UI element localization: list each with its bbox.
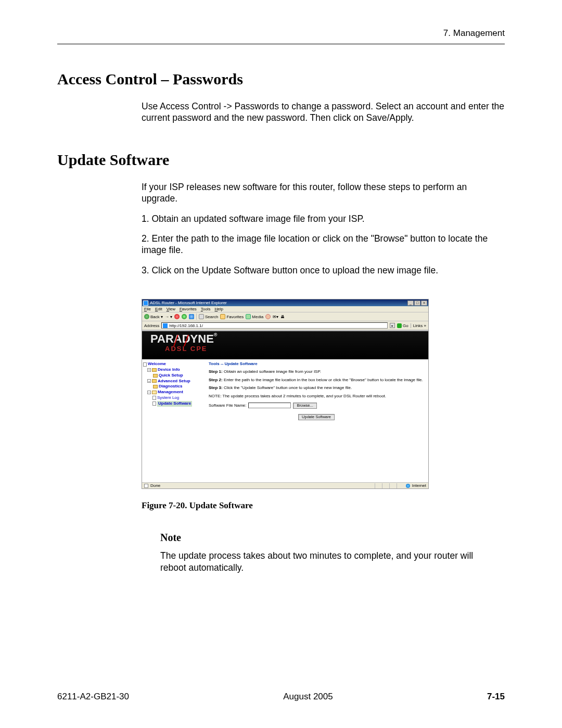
menu-help[interactable]: Help	[215, 307, 223, 311]
update-intro: If your ISP releases new software for th…	[142, 181, 505, 205]
note-body: The update process takes about two minut…	[160, 550, 493, 573]
menu-view[interactable]: View	[167, 307, 175, 311]
search-icon	[199, 314, 204, 319]
folder-icon	[152, 368, 157, 372]
stop-icon	[174, 314, 180, 319]
footer-date: August 2005	[283, 692, 333, 702]
page-header-right: 7. Management	[57, 28, 505, 39]
back-button[interactable]: Back ▾	[144, 314, 163, 319]
access-control-paragraph: Use Access Control -> Passwords to chang…	[142, 101, 505, 124]
menu-edit[interactable]: Edit	[155, 307, 162, 311]
history-icon	[265, 314, 271, 319]
media-button[interactable]: Media	[246, 314, 263, 319]
brand-subtitle: ADSL CPE	[142, 345, 428, 353]
brand-logo: PARADYNE®	[142, 330, 428, 346]
router-brand-banner: PARADYNE® ADSL CPE	[142, 330, 428, 359]
internet-zone-icon	[406, 484, 410, 488]
ie-window-title: ADSL Router - Microsoft Internet Explore…	[150, 300, 227, 305]
section-title-update-software: Update Software	[57, 151, 505, 169]
go-icon	[397, 323, 402, 328]
page-ie-icon	[163, 323, 168, 328]
nav-tree: Welcome +Device Info Quick Setup +Advanc…	[142, 359, 205, 482]
ie-toolbar: Back ▾ → ▾ Search Favorites Media ✉▾ 🖶	[142, 312, 428, 321]
file-input[interactable]	[248, 403, 291, 408]
router-main-panel: Tools -- Update Software Step 1: Step 1:…	[205, 359, 428, 482]
collapse-icon[interactable]: −	[147, 391, 151, 394]
back-arrow-icon	[144, 314, 149, 319]
panel-note: NOTE: The update process takes about 2 m…	[209, 394, 424, 398]
folder-open-icon	[152, 391, 157, 394]
tree-quick-setup[interactable]: Quick Setup	[143, 373, 203, 379]
menu-favorites[interactable]: Favorites	[180, 307, 197, 311]
panel-step-3: Step 3: Click the "Update Software" butt…	[209, 385, 424, 391]
address-url: http://192.168.1.1/	[169, 323, 203, 328]
panel-title: Tools -- Update Software	[209, 361, 424, 366]
search-button[interactable]: Search	[199, 314, 218, 319]
done-icon	[144, 484, 148, 488]
file-label: Software File Name:	[209, 403, 246, 408]
status-text: Done	[150, 483, 160, 488]
ie-statusbar: Done Internet	[142, 482, 428, 488]
status-zone: Internet	[412, 483, 426, 488]
browse-button[interactable]: Browse...	[293, 403, 316, 409]
address-dropdown[interactable]: ▾	[390, 323, 395, 328]
tree-advanced-setup[interactable]: +Advanced Setup	[143, 379, 203, 384]
ie-titlebar[interactable]: ADSL Router - Microsoft Internet Explore…	[142, 299, 428, 306]
update-step-1: 1. Obtain an updated software image file…	[142, 213, 505, 224]
ie-menubar: File Edit View Favorites Tools Help	[142, 306, 428, 312]
favorites-button[interactable]: Favorites	[220, 314, 244, 319]
home-icon	[189, 314, 194, 319]
address-input[interactable]: http://192.168.1.1/	[161, 322, 388, 329]
note-heading: Note	[160, 532, 505, 544]
history-button[interactable]	[265, 314, 271, 319]
tree-diagnostics[interactable]: Diagnostics	[143, 384, 203, 390]
maximize-button[interactable]: □	[414, 300, 420, 306]
links-toolbar[interactable]: Links »	[411, 323, 426, 328]
page-icon	[152, 401, 156, 406]
ie-logo-icon	[143, 300, 148, 306]
folder-icon	[153, 374, 158, 378]
folder-icon	[153, 385, 158, 388]
page-footer: 6211-A2-GB21-30 August 2005 7-15	[57, 692, 505, 702]
stop-button[interactable]	[174, 314, 180, 319]
section-title-access-control: Access Control – Passwords	[57, 70, 505, 88]
home-button[interactable]	[189, 314, 194, 319]
menu-file[interactable]: File	[144, 307, 151, 311]
mail-button[interactable]: ✉▾	[273, 315, 278, 319]
minimize-button[interactable]: _	[407, 300, 414, 306]
update-step-2: 2. Enter the path to the image file loca…	[142, 233, 505, 256]
print-button[interactable]: 🖶	[280, 315, 285, 319]
go-button[interactable]: Go	[397, 323, 408, 328]
tree-update-software[interactable]: Update Software	[143, 401, 203, 407]
page-icon	[143, 362, 147, 367]
update-step-3: 3. Click on the Update Software button o…	[142, 265, 505, 276]
tree-management[interactable]: −Management	[143, 390, 203, 395]
footer-page: 7-15	[487, 692, 505, 702]
tree-device-info[interactable]: +Device Info	[143, 367, 203, 373]
favorites-icon	[220, 314, 225, 319]
panel-step-2: Step 2: Enter the path to the image file…	[209, 378, 424, 383]
refresh-button[interactable]	[182, 314, 187, 319]
expand-icon[interactable]: +	[147, 379, 151, 383]
media-icon	[246, 314, 251, 319]
forward-button[interactable]: → ▾	[165, 315, 172, 319]
menu-tools[interactable]: Tools	[201, 307, 211, 311]
address-label: Address	[144, 323, 159, 328]
update-software-button[interactable]: Update Software	[298, 414, 335, 420]
expand-icon[interactable]: +	[147, 368, 151, 372]
ie-addressbar: Address http://192.168.1.1/ ▾ Go Links »	[142, 321, 428, 330]
panel-step-1: Step 1: Step 1: Obtain an updated softwa…	[209, 369, 424, 374]
close-button[interactable]: ×	[421, 300, 427, 306]
refresh-icon	[182, 314, 187, 319]
folder-icon	[152, 379, 157, 383]
tree-welcome[interactable]: Welcome	[143, 361, 203, 367]
figure-caption: Figure 7-20. Update Software	[142, 500, 505, 511]
tree-system-log[interactable]: System Log	[143, 395, 203, 401]
figure-screenshot: ADSL Router - Microsoft Internet Explore…	[142, 299, 429, 489]
footer-docid: 6211-A2-GB21-30	[57, 692, 129, 702]
page-icon	[152, 396, 156, 400]
header-rule	[57, 44, 505, 44]
